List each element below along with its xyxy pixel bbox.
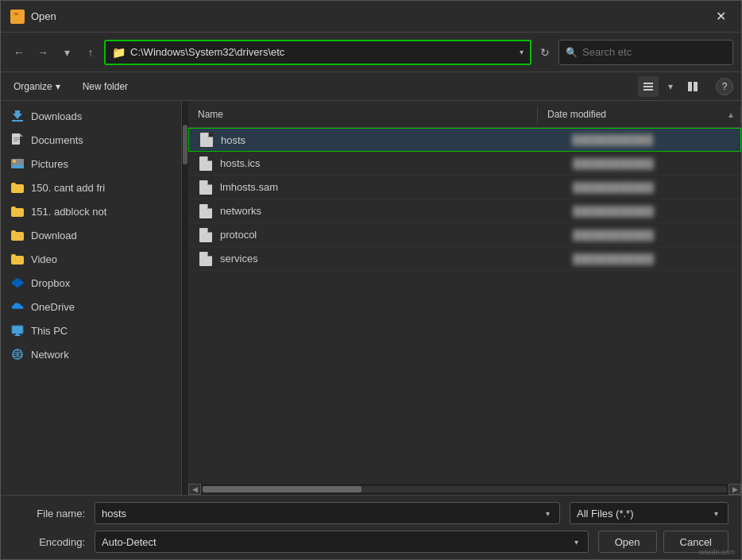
- dialog-icon: [10, 10, 25, 24]
- search-input[interactable]: [582, 46, 726, 58]
- sidebar-item-thispc[interactable]: This PC: [1, 319, 181, 342]
- svg-rect-13: [14, 139, 19, 140]
- sidebar-item-folder150-label: 150. cant add fri: [31, 182, 172, 194]
- sidebar-item-downloads[interactable]: Downloads 📌 ▲: [1, 104, 181, 128]
- file-name-protocol: protocol: [220, 229, 566, 241]
- col-name-header[interactable]: Name: [188, 106, 538, 123]
- list-view-button[interactable]: [638, 76, 659, 97]
- sidebar-item-documents-label: Documents: [31, 134, 156, 146]
- filename-input[interactable]: [102, 508, 539, 519]
- filename-input-box[interactable]: ▾: [95, 502, 560, 524]
- file-list: hosts ████████████ hosts.ics ███████████…: [188, 128, 741, 484]
- documents-icon: [10, 133, 25, 147]
- up-button[interactable]: ↑: [80, 42, 101, 63]
- file-item-protocol[interactable]: protocol ████████████: [188, 223, 741, 247]
- sidebar-scrollbar[interactable]: [182, 101, 188, 495]
- scroll-right-button[interactable]: ▶: [728, 484, 741, 495]
- sidebar-scroll-thumb: [183, 125, 187, 164]
- sidebar-item-video[interactable]: Video: [1, 247, 181, 271]
- open-button[interactable]: Open: [598, 531, 657, 553]
- file-date-protocol: ████████████: [573, 230, 732, 241]
- svg-rect-12: [14, 137, 19, 138]
- organize-button[interactable]: Organize ▾: [9, 79, 65, 94]
- sidebar-item-download[interactable]: Download: [1, 223, 181, 247]
- sidebar-item-network[interactable]: Network: [1, 342, 181, 366]
- sidebar-item-folder150[interactable]: 150. cant add fri: [1, 176, 181, 199]
- sort-up-button[interactable]: ▲: [727, 110, 735, 118]
- file-item-hosts[interactable]: hosts ████████████: [188, 128, 741, 152]
- pin-icon[interactable]: 📌: [162, 136, 172, 145]
- filetype-select-box[interactable]: All Files (*.*) ▾: [570, 502, 728, 524]
- filename-row: File name: ▾ All Files (*.*) ▾: [14, 502, 728, 524]
- recent-locations-button[interactable]: ▾: [56, 42, 77, 63]
- file-date-services: ████████████: [573, 253, 732, 265]
- new-folder-button[interactable]: New folder: [78, 79, 133, 94]
- svg-marker-8: [13, 110, 22, 119]
- svg-rect-24: [16, 334, 19, 335]
- pictures-icon: [10, 156, 25, 171]
- sidebar-item-thispc-label: This PC: [31, 325, 172, 337]
- search-box[interactable]: 🔍: [558, 40, 733, 65]
- sidebar-item-dropbox[interactable]: Dropbox: [1, 271, 181, 295]
- file-item-lmhosts-sam[interactable]: lmhosts.sam ████████████: [188, 176, 741, 199]
- folder150-icon: [10, 180, 25, 195]
- sidebar-item-folder151[interactable]: 151. adblock not: [1, 199, 181, 223]
- up-icon[interactable]: ▲: [164, 112, 172, 121]
- sidebar-item-pictures[interactable]: Pictures 📌: [1, 152, 181, 176]
- filetype-dropdown-button[interactable]: ▾: [711, 509, 721, 518]
- title-bar-left: Open: [10, 10, 56, 24]
- encoding-select-box[interactable]: Auto-Detect ▾: [95, 531, 589, 553]
- folder151-icon: [10, 204, 25, 218]
- file-item-networks[interactable]: networks ████████████: [188, 199, 741, 223]
- file-icon-hosts-ics: [198, 156, 214, 172]
- sidebar-item-dropbox-label: Dropbox: [31, 277, 172, 289]
- col-date-label: Date modified: [547, 109, 606, 120]
- col-date-header[interactable]: Date modified: [538, 106, 741, 123]
- refresh-button[interactable]: ↻: [535, 42, 555, 63]
- filename-dropdown-button[interactable]: ▾: [543, 509, 553, 518]
- address-bar-row: ← → ▾ ↑ 📁 ▾ ↻ 🔍: [1, 33, 741, 72]
- view-dropdown-button[interactable]: ▾: [660, 76, 681, 97]
- svg-rect-9: [12, 120, 23, 122]
- sidebar-item-documents[interactable]: Documents 📌: [1, 128, 181, 152]
- pin-icon[interactable]: 📌: [153, 112, 162, 121]
- close-button[interactable]: ✕: [709, 6, 732, 28]
- encoding-dropdown-button[interactable]: ▾: [571, 538, 582, 546]
- onedrive-icon: [10, 299, 25, 314]
- file-icon-networks: [198, 203, 214, 219]
- file-item-hosts-ics[interactable]: hosts.ics ████████████: [188, 152, 741, 176]
- sidebar-item-onedrive-label: OneDrive: [31, 301, 172, 313]
- file-name-hosts-ics: hosts.ics: [220, 157, 566, 169]
- svg-rect-5: [643, 89, 653, 91]
- preview-view-icon: [687, 81, 698, 92]
- network-icon: [10, 347, 25, 361]
- file-date-networks: ████████████: [573, 206, 732, 217]
- sidebar: Downloads 📌 ▲ Documents: [1, 101, 182, 495]
- address-folder-icon: 📁: [112, 46, 126, 59]
- address-box[interactable]: 📁 ▾: [104, 40, 531, 65]
- file-icon-services: [198, 251, 214, 267]
- help-button[interactable]: ?: [716, 78, 733, 95]
- organize-label: Organize: [14, 81, 52, 92]
- encoding-label: Encoding:: [14, 536, 85, 548]
- forward-button[interactable]: →: [33, 42, 53, 63]
- svg-rect-14: [14, 141, 17, 141]
- file-item-services[interactable]: services ████████████: [188, 247, 741, 271]
- preview-view-button[interactable]: [682, 76, 703, 97]
- svg-point-16: [13, 160, 16, 163]
- thispc-icon: [10, 323, 25, 338]
- file-icon-protocol: [198, 227, 214, 243]
- pin-icon[interactable]: 📌: [162, 160, 172, 168]
- sidebar-item-onedrive[interactable]: OneDrive: [1, 295, 181, 319]
- svg-rect-22: [12, 326, 23, 334]
- view-buttons: ▾: [638, 76, 703, 97]
- address-dropdown-button[interactable]: ▾: [520, 48, 524, 56]
- file-area: Name Date modified ▲ hosts ████████████: [188, 101, 741, 495]
- organize-arrow: ▾: [56, 81, 60, 92]
- horizontal-scrollbar[interactable]: ◀ ▶: [188, 484, 741, 495]
- back-button[interactable]: ←: [9, 42, 29, 63]
- svg-rect-2: [14, 13, 18, 15]
- address-input[interactable]: [130, 46, 515, 58]
- scroll-left-button[interactable]: ◀: [188, 484, 201, 495]
- filename-label: File name:: [14, 508, 85, 519]
